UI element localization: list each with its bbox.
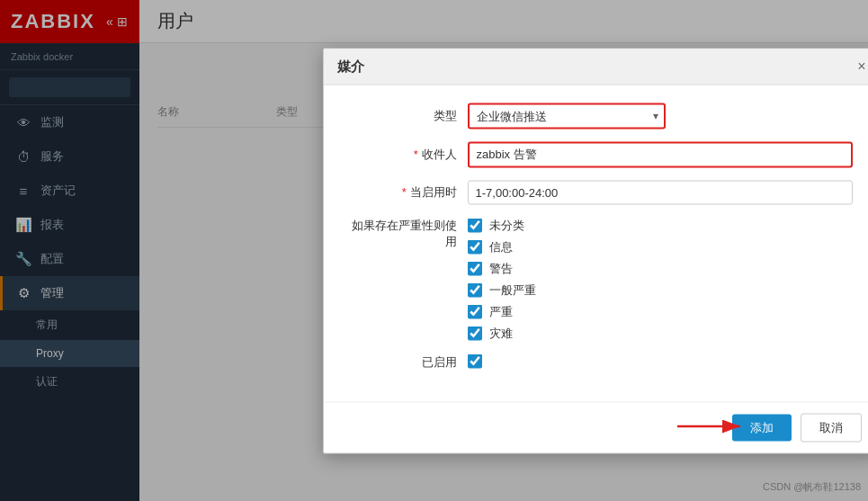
severity-warning[interactable]: 警告	[468, 260, 853, 276]
modal-header: 媒介 ×	[324, 49, 869, 85]
when-active-input[interactable]	[468, 180, 853, 204]
modal-title: 媒介	[337, 58, 364, 75]
severity-disaster-checkbox[interactable]	[468, 326, 482, 340]
type-select[interactable]: 企业微信推送 Email SMS Script	[468, 103, 666, 129]
severity-info[interactable]: 信息	[468, 238, 853, 255]
recipient-row: 收件人	[351, 141, 853, 167]
severity-row: 如果存在严重性则使用 未分类 信息 警告	[351, 217, 853, 341]
severity-info-checkbox[interactable]	[468, 239, 482, 254]
arrow-svg	[677, 417, 749, 435]
severity-average[interactable]: 一般严重	[468, 282, 853, 298]
enabled-row: 已启用	[351, 353, 853, 371]
enabled-label: 已启用	[351, 354, 468, 371]
severity-checkbox-group: 未分类 信息 警告 一般严重	[468, 217, 853, 341]
when-active-control	[468, 180, 853, 204]
recipient-input[interactable]	[468, 141, 853, 167]
when-active-row: 当启用时	[351, 180, 853, 204]
severity-unclassified[interactable]: 未分类	[468, 217, 853, 233]
severity-high[interactable]: 严重	[468, 303, 853, 319]
severity-warning-checkbox[interactable]	[468, 261, 482, 275]
type-control: 企业微信推送 Email SMS Script ▾	[468, 103, 853, 129]
enabled-checkbox[interactable]	[468, 353, 482, 368]
arrow-indicator	[677, 417, 749, 438]
severity-label: 如果存在严重性则使用	[351, 217, 468, 249]
severity-unclassified-label: 未分类	[489, 217, 524, 233]
severity-warning-label: 警告	[489, 260, 513, 276]
enabled-control	[468, 353, 853, 371]
severity-average-label: 一般严重	[489, 282, 536, 298]
when-active-label: 当启用时	[351, 184, 468, 201]
type-row: 类型 企业微信推送 Email SMS Script ▾	[351, 103, 853, 129]
severity-unclassified-checkbox[interactable]	[468, 218, 482, 232]
type-label: 类型	[351, 108, 468, 124]
type-select-wrapper: 企业微信推送 Email SMS Script ▾	[468, 103, 666, 129]
recipient-control	[468, 141, 853, 167]
modal-body: 类型 企业微信推送 Email SMS Script ▾ 收件人	[324, 85, 869, 401]
severity-disaster[interactable]: 灾难	[468, 325, 853, 341]
severity-high-label: 严重	[489, 303, 513, 319]
modal-footer: 添加 取消	[324, 401, 869, 452]
recipient-label: 收件人	[351, 147, 468, 163]
severity-disaster-label: 灾难	[489, 325, 513, 341]
severity-control: 未分类 信息 警告 一般严重	[468, 217, 853, 341]
modal-close-button[interactable]: ×	[857, 59, 865, 74]
severity-average-checkbox[interactable]	[468, 282, 482, 297]
severity-info-label: 信息	[489, 238, 513, 255]
cancel-button[interactable]: 取消	[801, 413, 862, 442]
severity-high-checkbox[interactable]	[468, 304, 482, 318]
media-modal: 媒介 × 类型 企业微信推送 Email SMS Script ▾ 收件人	[323, 48, 869, 453]
